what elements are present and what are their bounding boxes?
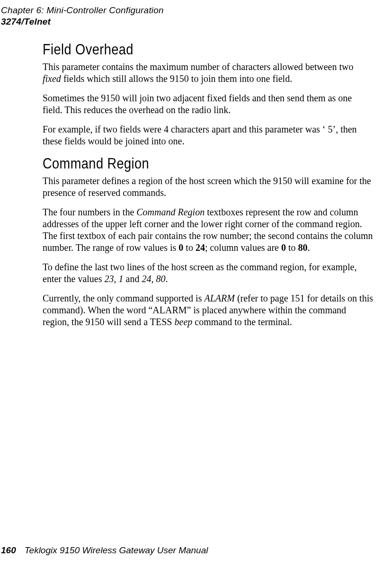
text: . [165, 274, 168, 284]
paragraph: Currently, the only command supported is… [43, 292, 373, 328]
header-section: 3274/Telnet [1, 16, 378, 27]
text-italic: 23, 1 [105, 274, 124, 284]
text: fields which still allows the 9150 to jo… [61, 73, 292, 84]
text-italic: beep [175, 317, 193, 327]
paragraph: This parameter contains the maximum numb… [43, 61, 373, 85]
page-header: Chapter 6: Mini-Controller Configuration… [0, 5, 378, 27]
paragraph: To define the last two lines of the host… [43, 261, 373, 285]
paragraph: This parameter defines a region of the h… [43, 175, 373, 199]
text: command to the terminal. [192, 317, 292, 327]
text-bold: 80 [298, 242, 308, 253]
text: to [183, 242, 196, 253]
heading-field-overhead: Field Overhead [43, 41, 323, 58]
text-italic: Command Region [136, 207, 205, 217]
text: to [286, 242, 298, 253]
text: The four numbers in the [43, 207, 136, 217]
text: and [124, 274, 142, 284]
header-chapter: Chapter 6: Mini-Controller Configuration [1, 5, 378, 16]
manual-title: Teklogix 9150 Wireless Gateway User Manu… [25, 545, 208, 555]
text-bold: 24 [196, 242, 205, 253]
page-footer: 160Teklogix 9150 Wireless Gateway User M… [1, 545, 208, 556]
heading-command-region: Command Region [43, 155, 323, 172]
text-bold: 0 [178, 242, 183, 253]
text: This parameter contains the maximum numb… [43, 62, 353, 72]
text-italic: 24, 80 [142, 274, 165, 284]
paragraph: For example, if two fields were 4 charac… [43, 124, 373, 147]
page-number: 160 [1, 545, 16, 555]
page: Chapter 6: Mini-Controller Configuration… [0, 0, 392, 567]
text: Currently, the only command supported is [43, 293, 204, 303]
text-bold: 0 [281, 242, 286, 253]
paragraph: Sometimes the 9150 will join two adjacen… [43, 92, 373, 116]
text: ; column values are [205, 242, 281, 253]
text-italic: ALARM [204, 293, 234, 303]
text: To define the last two lines of the host… [43, 262, 356, 284]
text-italic: fixed [43, 73, 61, 84]
content-area: Field Overhead This parameter contains t… [0, 27, 378, 328]
paragraph: The four numbers in the Command Region t… [43, 206, 373, 254]
text: . [308, 242, 310, 253]
